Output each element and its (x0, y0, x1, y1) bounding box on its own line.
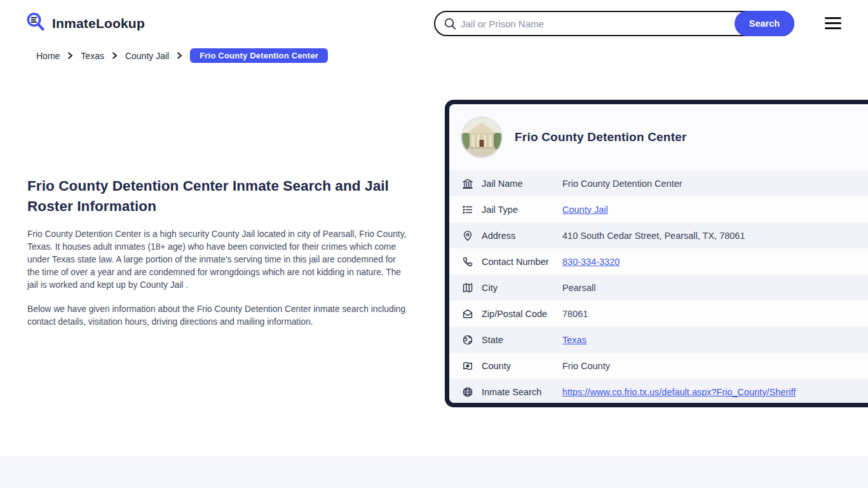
brand-logo[interactable]: InmateLookup (25, 11, 145, 35)
article-paragraph: Frio County Detention Center is a high s… (27, 228, 409, 292)
envelope-open-icon (462, 308, 473, 320)
map-pin-icon (462, 230, 473, 241)
row-label: Jail Name (482, 179, 562, 189)
row-label: City (482, 283, 562, 293)
search-button[interactable]: Search (735, 11, 794, 36)
search-bar: Search (434, 11, 794, 36)
table-row-city: City Pearsall (449, 274, 868, 301)
jail-detail-table: Jail Name Frio County Detention Center J… (449, 170, 868, 403)
menu-hamburger-icon[interactable] (825, 17, 841, 30)
breadcrumb-home-link[interactable]: Home (36, 51, 60, 61)
card-header: Frio County Detention Center (449, 104, 868, 170)
list-icon (462, 204, 473, 215)
row-label: Contact Number (482, 257, 562, 267)
table-row-inmate-search: Inmate Search https://www.co.frio.tx.us/… (449, 379, 868, 403)
row-label: Jail Type (482, 205, 562, 215)
page-title: Frio County Detention Center Inmate Sear… (27, 176, 393, 217)
row-value: Pearsall (562, 283, 595, 293)
jail-card-title: Frio County Detention Center (515, 130, 687, 144)
row-label: County (482, 361, 562, 371)
table-row-address: Address 410 South Cedar Street, Pearsall… (449, 222, 868, 248)
table-row-jail-name: Jail Name Frio County Detention Center (449, 170, 868, 196)
row-label: Zip/Postal Code (482, 309, 562, 319)
map-icon (462, 282, 473, 294)
row-value: Frio County (562, 361, 610, 371)
jail-detail-card-body: Frio County Detention Center Jail Name F… (449, 104, 868, 403)
search-input[interactable] (461, 12, 702, 35)
row-label: Inmate Search (482, 387, 562, 397)
state-link[interactable]: Texas (562, 335, 587, 345)
bank-icon (462, 178, 473, 189)
inmate-search-link[interactable]: https://www.co.frio.tx.us/default.aspx?F… (562, 387, 796, 397)
table-row-contact-number: Contact Number 830-334-3320 (449, 248, 868, 274)
table-row-county: County Frio County (449, 353, 868, 379)
earth-icon (462, 334, 473, 346)
row-label: Address (482, 231, 562, 241)
breadcrumb-county-jail-link[interactable]: County Jail (125, 51, 169, 61)
search-icon (444, 17, 457, 33)
breadcrumb: Home Texas County Jail Frio County Deten… (36, 48, 328, 63)
inmatelookup-magnifier-icon (25, 11, 46, 35)
article: Frio County Detention Center Inmate Sear… (27, 176, 409, 329)
chevron-right-icon (67, 52, 74, 59)
chevron-right-icon (111, 52, 118, 59)
globe-icon (462, 386, 473, 398)
breadcrumb-texas-link[interactable]: Texas (81, 51, 104, 61)
jail-type-link[interactable]: County Jail (562, 205, 608, 215)
brand-name: InmateLookup (52, 16, 145, 31)
jail-photo-avatar (461, 116, 503, 158)
phone-icon (462, 256, 473, 268)
breadcrumb-current-badge: Frio County Detention Center (190, 48, 328, 63)
contact-number-link[interactable]: 830-334-3320 (562, 257, 620, 267)
footer-strip (0, 456, 868, 488)
row-value: 78061 (562, 309, 588, 319)
table-row-zip: Zip/Postal Code 78061 (449, 301, 868, 327)
row-value: 410 South Cedar Street, Pearsall, TX, 78… (562, 231, 745, 241)
map-marked-icon (462, 360, 473, 372)
jail-detail-card: Frio County Detention Center Jail Name F… (445, 100, 868, 407)
row-label: State (482, 335, 562, 345)
chevron-right-icon (176, 52, 183, 59)
row-value: Frio County Detention Center (562, 179, 682, 189)
table-row-jail-type: Jail Type County Jail (449, 196, 868, 222)
article-paragraph: Below we have given information about th… (27, 303, 409, 329)
table-row-state: State Texas (449, 327, 868, 353)
